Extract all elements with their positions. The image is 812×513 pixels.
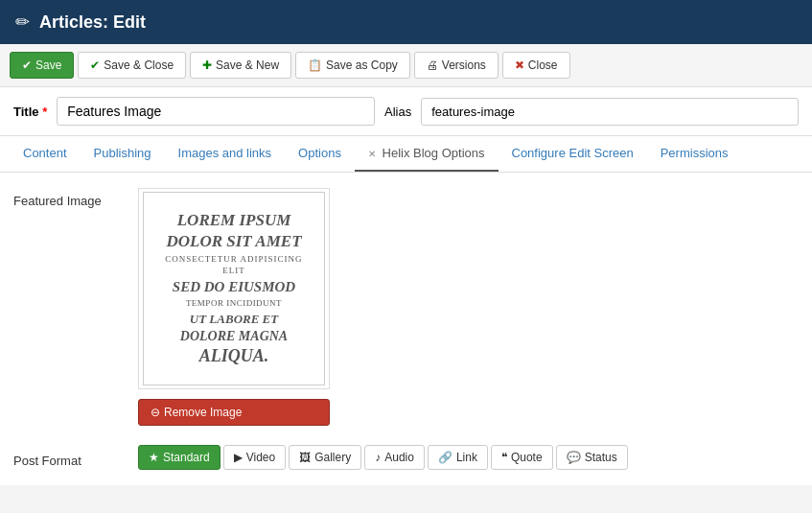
page-header: ✏ Articles: Edit <box>0 0 812 44</box>
tab-publishing[interactable]: Publishing <box>81 136 165 172</box>
tab-images-links[interactable]: Images and links <box>165 136 286 172</box>
close-x-icon: ✖ <box>515 58 524 72</box>
format-audio-button[interactable]: ♪ Audio <box>364 445 425 470</box>
save-copy-button[interactable]: 📋 Save as Copy <box>295 52 410 79</box>
content-area: Title * Alias Content Publishing Images … <box>0 87 812 485</box>
page-title: Articles: Edit <box>39 12 146 33</box>
post-format-field: Post Format ★ Standard ▶ Video 🖼 Gallery… <box>13 445 799 470</box>
alias-label: Alias <box>384 105 411 119</box>
save-new-button[interactable]: ✚ Save & New <box>190 52 291 79</box>
featured-image-preview: LOREM IPSUM DOLOR SIT AMET CONSECTETUR A… <box>143 192 325 385</box>
post-format-label: Post Format <box>13 448 119 468</box>
format-standard-button[interactable]: ★ Standard <box>138 445 220 470</box>
status-icon: 💬 <box>567 451 581 464</box>
save-new-plus-icon: ✚ <box>202 58 212 72</box>
format-video-button[interactable]: ▶ Video <box>223 445 286 470</box>
featured-image-field: Featured Image LOREM IPSUM DOLOR SIT AME… <box>13 188 799 426</box>
format-link-button[interactable]: 🔗 Link <box>428 445 488 470</box>
featured-image-box: LOREM IPSUM DOLOR SIT AMET CONSECTETUR A… <box>138 188 330 389</box>
quote-icon: ❝ <box>501 451 507 464</box>
title-row: Title * Alias <box>0 87 812 136</box>
lorem-line-4: SED DO EIUSMOD <box>173 278 295 297</box>
lorem-line-3: CONSECTETUR ADIPISICING ELIT <box>153 254 314 276</box>
save-button[interactable]: ✔ Save <box>10 52 74 79</box>
save-close-check-icon: ✔ <box>90 58 100 72</box>
remove-icon: ⊖ <box>151 406 160 419</box>
versions-button[interactable]: 🖨 Versions <box>414 52 499 79</box>
save-copy-icon: 📋 <box>308 58 322 72</box>
featured-image-content: LOREM IPSUM DOLOR SIT AMET CONSECTETUR A… <box>138 188 330 426</box>
lorem-line-6: UT LABORE ET <box>190 312 278 328</box>
lorem-line-8: ALIQUA. <box>199 345 269 367</box>
format-gallery-button[interactable]: 🖼 Gallery <box>289 445 361 470</box>
lorem-line-2: DOLOR SIT AMET <box>166 231 301 252</box>
alias-input[interactable] <box>421 98 799 126</box>
helix-tab-icon: ✕ <box>368 149 376 159</box>
format-status-button[interactable]: 💬 Status <box>556 445 628 470</box>
toolbar: ✔ Save ✔ Save & Close ✚ Save & New 📋 Sav… <box>0 44 812 87</box>
tab-helix-blog[interactable]: ✕ Helix Blog Options <box>355 136 499 172</box>
featured-image-label: Featured Image <box>13 188 119 208</box>
gallery-icon: 🖼 <box>299 451 311 464</box>
link-icon: 🔗 <box>438 451 452 464</box>
title-input[interactable] <box>57 97 375 126</box>
tab-options[interactable]: Options <box>285 136 355 172</box>
save-check-icon: ✔ <box>22 58 32 72</box>
title-label: Title * <box>13 105 47 119</box>
main-panel: Featured Image LOREM IPSUM DOLOR SIT AME… <box>0 173 812 485</box>
tab-content[interactable]: Content <box>10 136 81 172</box>
star-icon: ★ <box>149 451 159 464</box>
format-quote-button[interactable]: ❝ Quote <box>491 445 553 470</box>
tab-configure-edit[interactable]: Configure Edit Screen <box>499 136 647 172</box>
save-close-button[interactable]: ✔ Save & Close <box>78 52 186 79</box>
lorem-line-7: DOLORE MAGNA <box>180 328 288 345</box>
remove-image-button[interactable]: ⊖ Remove Image <box>138 399 330 426</box>
close-button[interactable]: ✖ Close <box>502 52 570 79</box>
lorem-line-1: LOREM IPSUM <box>177 210 291 231</box>
video-icon: ▶ <box>234 451 243 464</box>
tab-permissions[interactable]: Permissions <box>647 136 742 172</box>
tabs-bar: Content Publishing Images and links Opti… <box>0 136 812 173</box>
format-buttons: ★ Standard ▶ Video 🖼 Gallery ♪ Audio 🔗 <box>138 445 628 470</box>
edit-icon: ✏ <box>15 12 30 33</box>
lorem-line-5: TEMPOR INCIDIDUNT <box>186 298 282 310</box>
audio-icon: ♪ <box>375 451 381 464</box>
required-star: * <box>42 105 47 119</box>
versions-icon: 🖨 <box>427 58 438 72</box>
